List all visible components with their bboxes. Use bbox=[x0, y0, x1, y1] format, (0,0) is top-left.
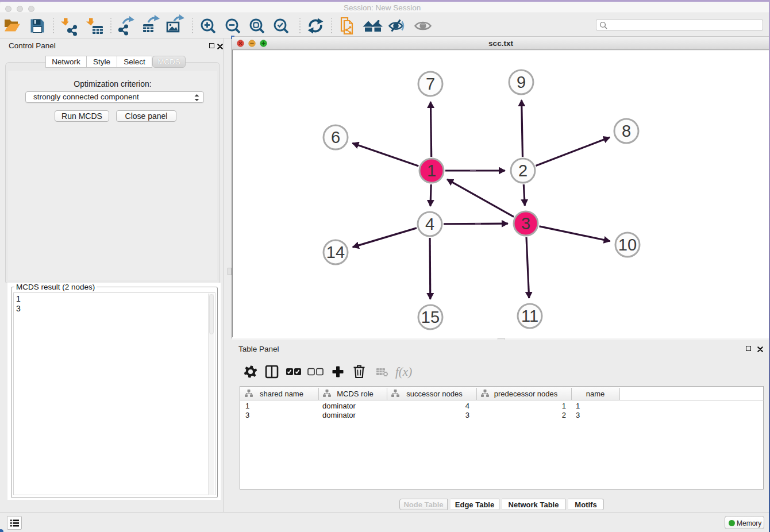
svg-text:MCDS role: MCDS role bbox=[337, 390, 374, 398]
svg-text:6: 6 bbox=[331, 128, 340, 147]
svg-text:10: 10 bbox=[618, 236, 637, 254]
svg-text:3: 3 bbox=[521, 214, 530, 233]
svg-text:2: 2 bbox=[518, 161, 528, 180]
svg-text:14: 14 bbox=[326, 243, 345, 261]
svg-text:8: 8 bbox=[622, 122, 631, 140]
svg-text:predecessor nodes: predecessor nodes bbox=[494, 390, 558, 398]
svg-text:shared name: shared name bbox=[260, 390, 303, 398]
svg-text:11: 11 bbox=[521, 307, 538, 325]
svg-text:1: 1 bbox=[427, 161, 436, 180]
svg-text:name: name bbox=[586, 390, 605, 398]
svg-text:successor nodes: successor nodes bbox=[406, 390, 463, 398]
svg-text:7: 7 bbox=[426, 75, 435, 93]
svg-text:15: 15 bbox=[421, 308, 440, 326]
svg-text:4: 4 bbox=[425, 215, 434, 233]
svg-text:9: 9 bbox=[517, 73, 526, 91]
svg-text:f(x): f(x) bbox=[395, 365, 412, 379]
